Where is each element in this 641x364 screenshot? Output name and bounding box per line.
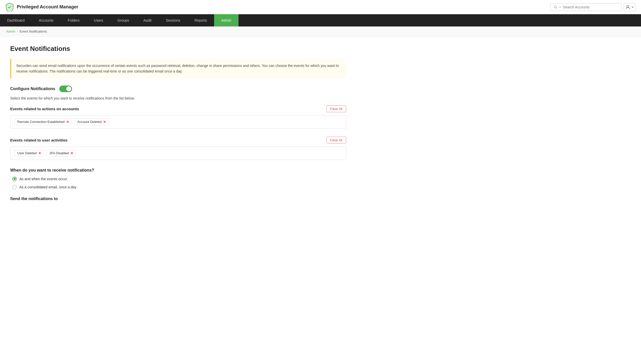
tag-account-deleted: Account Deleted ✕ <box>75 119 109 125</box>
send-notifications-label: Send the notifications to <box>10 197 346 201</box>
user-activities-tags-box: User Deleted ✕ 2FA Disabled ✕ <box>10 147 346 160</box>
nav-item-sessions[interactable]: Sessions <box>159 14 187 26</box>
tag-close-user-deleted[interactable]: ✕ <box>38 151 41 155</box>
svg-point-1 <box>627 5 629 7</box>
when-notifications-title: When do you want to receive notification… <box>10 168 346 173</box>
radio-group: As and when the events occur As a consol… <box>10 177 346 189</box>
user-activities-section: Events related to user activities Clear … <box>10 137 346 160</box>
nav-item-reports[interactable]: Reports <box>187 14 214 26</box>
top-bar: Privileged Account Manager <box>0 0 641 14</box>
info-box: Securden can send email notifications up… <box>10 59 346 78</box>
configure-notifications-row: Configure Notifications <box>10 86 346 92</box>
configure-notifications-toggle[interactable] <box>59 86 72 92</box>
toggle-track <box>59 86 72 92</box>
nav-item-folders[interactable]: Folders <box>61 14 87 26</box>
radio-option-realtime-label: As and when the events occur <box>19 177 67 181</box>
tag-label: User Deleted <box>17 151 37 155</box>
accounts-section-header: Events related to actions on accounts Cl… <box>10 105 346 112</box>
app-title: Privileged Account Manager <box>17 4 78 10</box>
dropdown-arrow-icon[interactable] <box>559 6 561 9</box>
user-icon <box>625 5 630 9</box>
accounts-section-title: Events related to actions on accounts <box>10 107 79 111</box>
search-input[interactable] <box>563 5 618 9</box>
user-activities-clear-all-button[interactable]: Clear All <box>326 137 346 144</box>
app-logo-icon <box>5 3 14 12</box>
toggle-thumb <box>66 86 71 91</box>
page-title: Event Notifications <box>10 45 346 53</box>
breadcrumb-separator: › <box>17 30 18 33</box>
tag-close-account-deleted[interactable]: ✕ <box>103 120 106 124</box>
tag-2fa-disabled: 2FA Disabled ✕ <box>47 150 76 157</box>
nav-item-groups[interactable]: Groups <box>110 14 136 26</box>
radio-option-realtime[interactable]: As and when the events occur <box>12 177 346 181</box>
when-notifications-section: When do you want to receive notification… <box>10 168 346 189</box>
breadcrumb-current: Event Notifications <box>20 30 47 33</box>
accounts-tags-box: Remote Connection Established ✕ Account … <box>10 115 346 129</box>
search-area <box>550 3 636 11</box>
user-menu-button[interactable] <box>624 3 636 11</box>
main-content: Event Notifications Securden can send em… <box>0 37 356 209</box>
user-activities-section-title: Events related to user activities <box>10 138 67 142</box>
search-icon <box>554 5 557 9</box>
tag-close-remote-connection[interactable]: ✕ <box>66 120 69 124</box>
nav-item-accounts[interactable]: Accounts <box>32 14 61 26</box>
radio-circle-realtime <box>12 177 17 181</box>
tag-close-2fa-disabled[interactable]: ✕ <box>70 151 73 155</box>
radio-option-consolidated[interactable]: As a consolidated email, once a day <box>12 185 346 189</box>
tag-label: Account Deleted <box>77 120 102 124</box>
tag-label: Remote Connection Established <box>17 120 65 124</box>
radio-option-consolidated-label: As a consolidated email, once a day <box>19 185 76 189</box>
breadcrumb: Admin › Event Notifications <box>0 26 641 37</box>
nav-item-users[interactable]: Users <box>87 14 110 26</box>
breadcrumb-parent-link[interactable]: Admin <box>6 30 16 33</box>
configure-notifications-label: Configure Notifications <box>10 87 55 91</box>
user-activities-section-header: Events related to user activities Clear … <box>10 137 346 144</box>
tag-label: 2FA Disabled <box>49 151 69 155</box>
user-dropdown-icon <box>631 6 634 9</box>
radio-circle-consolidated <box>12 185 17 189</box>
logo-area: Privileged Account Manager <box>5 3 78 12</box>
nav-item-admin[interactable]: Admin <box>214 14 239 26</box>
tag-user-deleted: User Deleted ✕ <box>15 150 44 157</box>
search-box[interactable] <box>550 3 622 11</box>
accounts-events-section: Events related to actions on accounts Cl… <box>10 105 346 129</box>
nav-item-audit[interactable]: Audit <box>136 14 159 26</box>
nav-item-dashboard[interactable]: Dashboard <box>0 14 32 26</box>
nav-bar: Dashboard Accounts Folders Users Groups … <box>0 14 641 26</box>
select-events-text: Select the events for which you want to … <box>10 96 346 100</box>
tag-remote-connection: Remote Connection Established ✕ <box>15 119 72 125</box>
info-text: Securden can send email notifications up… <box>16 64 339 73</box>
accounts-clear-all-button[interactable]: Clear All <box>326 105 346 112</box>
